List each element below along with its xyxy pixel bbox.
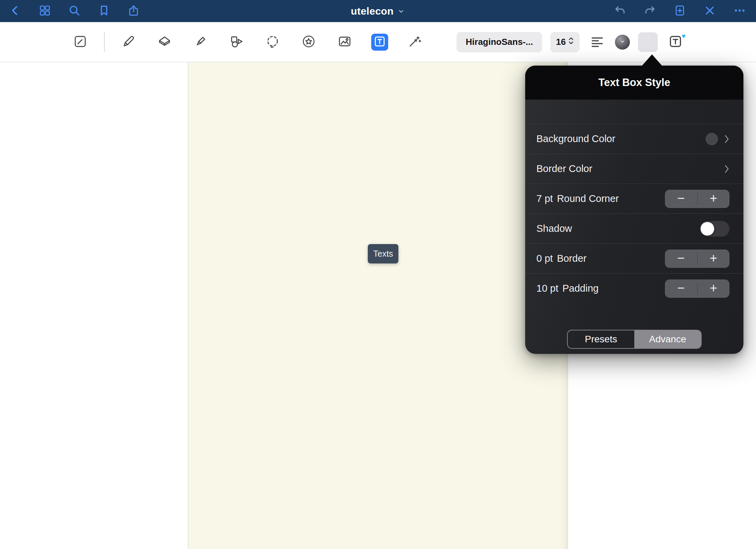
row-label: Background Color xyxy=(536,133,615,144)
text-box-style-popover: Text Box Style Background Color Border C… xyxy=(525,66,743,354)
padding-minus-button[interactable]: − xyxy=(665,279,697,298)
border-stepper: − + xyxy=(665,250,729,268)
shapes-icon xyxy=(229,34,244,50)
more-options-button[interactable] xyxy=(733,4,746,19)
chevron-right-icon xyxy=(724,164,729,174)
notebook-page[interactable] xyxy=(188,62,568,549)
font-family-value: HiraginoSans-... xyxy=(466,37,533,47)
back-chevron-icon xyxy=(9,4,21,18)
row-label: Shadow xyxy=(536,223,572,234)
padding-plus-button[interactable]: + xyxy=(698,279,730,298)
highlighter-icon xyxy=(193,34,208,50)
undo-icon xyxy=(614,4,626,18)
eraser-tool-button[interactable] xyxy=(155,33,174,52)
bookmark-icon xyxy=(98,4,110,18)
share-button[interactable] xyxy=(127,4,140,19)
blue-heart-badge-icon: ♥ xyxy=(682,33,686,39)
font-size-stepper[interactable]: 16 xyxy=(550,32,580,52)
image-icon xyxy=(337,34,352,50)
share-icon xyxy=(127,4,140,18)
toggle-knob xyxy=(701,222,714,236)
text-alignment-button[interactable] xyxy=(588,33,607,52)
border-minus-button[interactable]: − xyxy=(665,250,697,268)
text-box-content: Texts xyxy=(373,249,393,259)
popover-title: Text Box Style xyxy=(598,76,670,89)
ellipsis-icon xyxy=(734,4,746,18)
text-color-button[interactable] xyxy=(615,35,630,50)
title-chevron-down-icon xyxy=(397,6,405,17)
row-round-corner: 7 pt Round Corner − + xyxy=(525,184,743,213)
view-mode-icon xyxy=(73,34,88,50)
laser-pointer-icon xyxy=(407,34,422,50)
close-x-icon xyxy=(704,4,716,18)
pen-icon xyxy=(121,34,136,50)
laser-pointer-button[interactable] xyxy=(405,33,424,52)
highlighter-tool-button[interactable] xyxy=(191,33,210,52)
stepper-chevrons-icon xyxy=(568,36,574,48)
row-label: Round Corner xyxy=(557,193,619,204)
tab-presets[interactable]: Presets xyxy=(568,330,634,348)
font-family-button[interactable]: HiraginoSans-... xyxy=(457,32,542,52)
round-corner-stepper: − + xyxy=(665,190,729,208)
lasso-tool-button[interactable] xyxy=(263,33,282,52)
top-navigation-bar: utelecon xyxy=(0,0,756,22)
bookmark-button[interactable] xyxy=(97,4,111,19)
row-border-color[interactable]: Border Color xyxy=(525,154,743,184)
background-color-swatch[interactable] xyxy=(706,133,718,145)
topbar-right-group xyxy=(613,4,746,19)
text-box-style-active-button[interactable] xyxy=(638,32,658,52)
eraser-icon xyxy=(157,34,172,50)
row-label: Border xyxy=(557,253,586,264)
font-size-value: 16 xyxy=(556,37,566,47)
add-page-icon xyxy=(674,4,686,18)
padding-value: 10 pt xyxy=(536,283,559,294)
elements-tool-button[interactable] xyxy=(299,33,318,52)
text-box-style-icon xyxy=(668,34,683,50)
lasso-icon xyxy=(265,34,280,50)
border-plus-button[interactable]: + xyxy=(698,250,730,268)
presets-advance-segmented-control: Presets Advance xyxy=(567,330,702,349)
toolbar-divider xyxy=(104,32,105,52)
grid-thumbnails-icon xyxy=(39,4,51,18)
view-mode-button[interactable] xyxy=(71,33,90,52)
document-title: utelecon xyxy=(351,5,394,17)
search-icon xyxy=(68,4,81,18)
document-title-menu[interactable]: utelecon xyxy=(351,5,405,17)
popover-arrow xyxy=(642,54,662,66)
back-button[interactable] xyxy=(8,4,22,19)
chevron-right-icon xyxy=(724,134,729,144)
text-tool-button[interactable] xyxy=(371,34,388,51)
row-border-width: 0 pt Border − + xyxy=(525,243,743,273)
search-button[interactable] xyxy=(68,4,81,19)
border-width-value: 0 pt xyxy=(536,253,553,264)
thumbnails-button[interactable] xyxy=(38,4,52,19)
text-box-style-button[interactable]: ♥ xyxy=(666,33,685,52)
text-tool-icon xyxy=(373,34,387,50)
popover-band xyxy=(525,100,743,124)
row-background-color[interactable]: Background Color xyxy=(525,124,743,154)
align-left-icon xyxy=(590,34,605,50)
topbar-left-group xyxy=(0,4,140,19)
close-button[interactable] xyxy=(703,4,717,19)
add-page-button[interactable] xyxy=(673,4,687,19)
popover-header: Text Box Style xyxy=(525,66,743,100)
row-shadow: Shadow xyxy=(525,213,743,243)
row-label: Border Color xyxy=(536,163,592,174)
round-corner-minus-button[interactable]: − xyxy=(665,190,697,208)
tool-buttons-group xyxy=(71,22,424,62)
shadow-toggle-off[interactable] xyxy=(700,221,729,237)
shapes-tool-button[interactable] xyxy=(227,33,246,52)
image-tool-button[interactable] xyxy=(335,33,354,52)
round-corner-value: 7 pt xyxy=(536,193,553,204)
padding-stepper: − + xyxy=(665,279,729,298)
redo-button[interactable] xyxy=(643,4,657,19)
row-padding: 10 pt Padding − + xyxy=(525,273,743,303)
row-label: Padding xyxy=(563,283,599,294)
pen-tool-button[interactable] xyxy=(119,33,138,52)
redo-icon xyxy=(644,4,656,18)
round-corner-plus-button[interactable]: + xyxy=(698,190,730,208)
color-chevron-down-icon xyxy=(619,38,626,46)
canvas-text-box[interactable]: Texts xyxy=(368,244,398,263)
tab-advance[interactable]: Advance xyxy=(634,330,701,348)
undo-button[interactable] xyxy=(613,4,627,19)
